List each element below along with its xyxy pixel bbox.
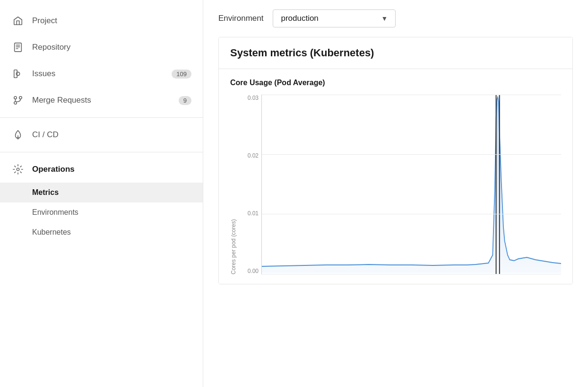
chevron-down-icon: ▼ [381, 15, 388, 22]
metrics-section-title: System metrics (Kubernetes) [230, 47, 561, 59]
home-icon [11, 14, 25, 27]
y-label-0.01: 0.01 [248, 210, 259, 217]
ops-icon [11, 163, 25, 176]
sidebar-item-merge-requests[interactable]: Merge Requests 9 [0, 87, 203, 114]
chart-container: Cores per pod (cores) 0.03 0.02 0.01 0.0… [230, 95, 561, 274]
issues-badge: 109 [172, 70, 191, 79]
chart-svg [262, 95, 561, 274]
grid-line-1 [262, 154, 561, 155]
y-label-0.03: 0.03 [248, 95, 259, 101]
main-header: Environment production ▼ [203, 0, 588, 37]
sidebar-item-label: Merge Requests [32, 96, 91, 105]
sidebar-item-repository[interactable]: Repository [0, 34, 203, 61]
rocket-icon [11, 128, 25, 141]
chart-line [262, 97, 561, 266]
chart-title: Core Usage (Pod Average) [230, 79, 561, 87]
sidebar-sub-item-label: Kubernetes [32, 228, 71, 237]
sidebar-sub-item-metrics[interactable]: Metrics [0, 183, 203, 202]
sidebar-item-label: Issues [32, 69, 55, 79]
sidebar-item-cicd[interactable]: CI / CD [0, 122, 203, 148]
grid-line-top [262, 95, 561, 95]
sidebar-item-label: Operations [32, 165, 75, 174]
sidebar-sub-item-kubernetes[interactable]: Kubernetes [0, 222, 203, 242]
chart-section: Core Usage (Pod Average) Cores per pod (… [219, 69, 572, 284]
sidebar-item-label: CI / CD [32, 130, 59, 140]
sidebar-item-project[interactable]: Project [0, 8, 203, 34]
metrics-section: System metrics (Kubernetes) Core Usage (… [218, 37, 573, 284]
svg-point-11 [17, 168, 19, 171]
main-content: Environment production ▼ System metrics … [203, 0, 588, 387]
sidebar-divider-2 [0, 152, 203, 152]
sidebar-divider [0, 117, 203, 118]
sidebar-item-operations[interactable]: Operations [0, 156, 203, 183]
metrics-title: System metrics (Kubernetes) [219, 37, 572, 69]
sidebar-item-label: Project [32, 16, 57, 26]
grid-line-2 [262, 214, 561, 214]
sidebar: Project Repository Issues 109 Merge Requ… [0, 0, 203, 387]
merge-icon [11, 94, 25, 107]
y-axis-label: Cores per pod (cores) [230, 95, 237, 274]
env-label: Environment [218, 14, 263, 23]
chart-wrapper: 0.03 0.02 0.01 0.00 [242, 95, 561, 274]
y-labels: 0.03 0.02 0.01 0.00 [242, 95, 261, 274]
sidebar-sub-item-label: Environments [32, 208, 78, 217]
chart-area [261, 95, 561, 274]
svg-rect-0 [15, 43, 22, 52]
file-icon [11, 41, 25, 54]
sidebar-item-issues[interactable]: Issues 109 [0, 61, 203, 87]
chart-fill [262, 97, 561, 273]
sidebar-item-label: Repository [32, 43, 70, 52]
merge-requests-badge: 9 [179, 96, 191, 105]
y-label-0.00: 0.00 [248, 268, 259, 274]
sidebar-sub-item-label: Metrics [32, 188, 59, 197]
sidebar-sub-item-environments[interactable]: Environments [0, 202, 203, 222]
issues-icon [11, 67, 25, 80]
grid-line-bottom [262, 274, 561, 274]
y-label-0.02: 0.02 [248, 152, 259, 159]
env-value: production [281, 14, 318, 23]
svg-rect-5 [14, 70, 17, 78]
environment-dropdown[interactable]: production ▼ [273, 9, 396, 27]
